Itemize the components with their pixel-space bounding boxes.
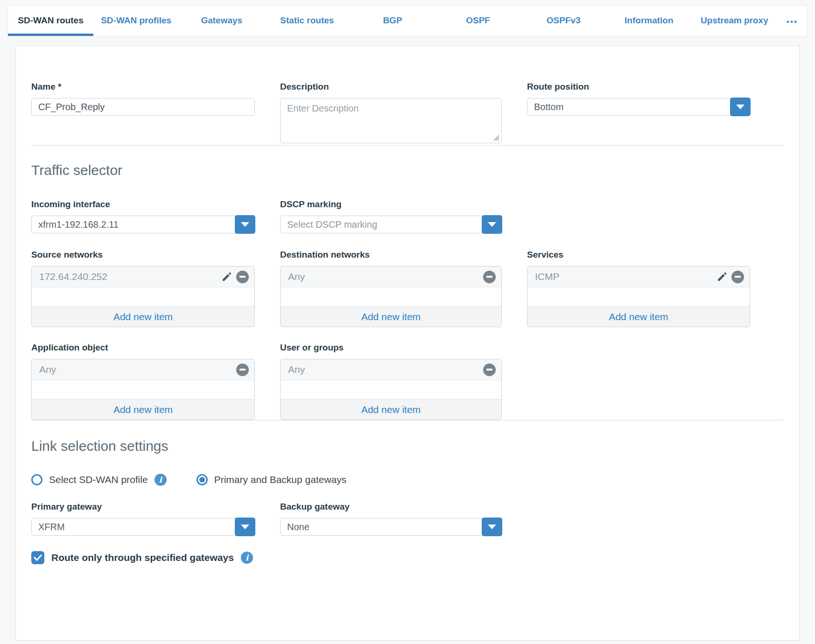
remove-item-icon[interactable]: [236, 271, 249, 283]
services-list: ICMP Add new item: [527, 266, 750, 327]
traffic-selector-heading: Traffic selector: [31, 162, 784, 178]
list-item-text: 172.64.240.252: [39, 271, 107, 282]
list-item: Any: [281, 266, 501, 287]
application-object-group: Application object Any Add new item: [31, 342, 255, 420]
list-empty-area: [281, 287, 501, 306]
dscp-marking-select[interactable]: Select DSCP marking: [280, 216, 502, 233]
add-new-item-button[interactable]: Add new item: [32, 399, 254, 420]
list-item-text: Any: [288, 271, 305, 282]
radio-select-sdwan-profile[interactable]: [31, 474, 42, 485]
add-new-item-button[interactable]: Add new item: [281, 306, 501, 327]
remove-item-icon[interactable]: [236, 364, 249, 376]
sdwan-route-form: Name * Description Route position Bottom: [15, 45, 800, 641]
radio-primary-backup-gateways[interactable]: [197, 474, 208, 485]
incoming-interface-group: Incoming interface xfrm1-192.168.2.11: [31, 199, 255, 233]
add-new-item-button[interactable]: Add new item: [32, 306, 254, 327]
primary-gateway-value: XFRM: [38, 522, 65, 532]
user-or-groups-group: User or groups Any Add new item: [280, 342, 502, 420]
dscp-marking-label: DSCP marking: [280, 199, 502, 210]
chevron-down-icon[interactable]: [235, 215, 255, 234]
incoming-interface-select[interactable]: xfrm1-192.168.2.11: [31, 216, 255, 233]
destination-networks-label: Destination networks: [280, 249, 502, 260]
add-new-item-button[interactable]: Add new item: [527, 306, 750, 327]
radio-primary-backup-gateways-label: Primary and Backup gateways: [214, 474, 347, 485]
name-field-group: Name *: [31, 81, 255, 116]
list-item: 172.64.240.252: [32, 266, 254, 287]
route-only-checkbox[interactable]: [31, 551, 44, 564]
name-input[interactable]: [31, 98, 255, 116]
edit-pencil-icon[interactable]: [221, 271, 232, 282]
incoming-interface-value: xfrm1-192.168.2.11: [38, 219, 119, 230]
source-networks-label: Source networks: [31, 249, 255, 260]
list-empty-area: [32, 287, 254, 306]
tab-ospf[interactable]: OSPF: [436, 6, 521, 36]
application-object-label: Application object: [31, 342, 255, 353]
chevron-down-icon[interactable]: [482, 215, 502, 234]
dscp-marking-placeholder: Select DSCP marking: [287, 219, 377, 230]
tab-sdwan-profiles[interactable]: SD-WAN profiles: [93, 6, 179, 36]
services-group: Services ICMP Add new item: [527, 249, 750, 327]
route-only-checkbox-label: Route only through specified gateways: [51, 552, 234, 563]
source-networks-list: 172.64.240.252 Add new item: [31, 266, 255, 327]
backup-gateway-value: None: [287, 522, 309, 532]
list-item-text: ICMP: [535, 271, 560, 282]
info-icon[interactable]: i: [241, 552, 253, 564]
primary-gateway-select[interactable]: XFRM: [31, 518, 255, 536]
incoming-interface-label: Incoming interface: [31, 199, 255, 210]
route-position-label: Route position: [527, 81, 750, 92]
tab-upstream-proxy[interactable]: Upstream proxy: [692, 6, 777, 36]
primary-gateway-label: Primary gateway: [31, 501, 255, 512]
add-new-item-button[interactable]: Add new item: [281, 399, 501, 420]
section-divider: [31, 420, 784, 420]
chevron-down-icon[interactable]: [482, 518, 502, 536]
backup-gateway-select[interactable]: None: [280, 518, 502, 536]
more-tabs-ellipsis-icon[interactable]: •••: [777, 6, 807, 36]
description-textarea[interactable]: [280, 98, 502, 143]
tab-information[interactable]: Information: [606, 6, 692, 36]
primary-gateway-group: Primary gateway XFRM: [31, 501, 255, 536]
services-label: Services: [527, 249, 750, 260]
link-selection-heading: Link selection settings: [31, 438, 784, 454]
description-label: Description: [280, 81, 502, 92]
remove-item-icon[interactable]: [483, 271, 496, 283]
destination-networks-group: Destination networks Any Add new item: [280, 249, 502, 327]
list-item-text: Any: [39, 364, 56, 375]
backup-gateway-group: Backup gateway None: [280, 501, 502, 536]
tab-gateways[interactable]: Gateways: [179, 6, 264, 36]
list-empty-area: [281, 380, 501, 399]
user-or-groups-label: User or groups: [280, 342, 502, 353]
list-item: ICMP: [527, 266, 750, 287]
destination-networks-list: Any Add new item: [280, 266, 502, 327]
route-position-select[interactable]: Bottom: [527, 98, 750, 116]
list-item: Any: [32, 359, 254, 380]
route-position-value: Bottom: [534, 102, 563, 112]
chevron-down-icon[interactable]: [235, 518, 255, 536]
name-label: Name *: [31, 81, 255, 92]
source-networks-group: Source networks 172.64.240.252 Add new i…: [31, 249, 255, 327]
route-position-field-group: Route position Bottom: [527, 81, 750, 116]
remove-item-icon[interactable]: [483, 364, 496, 376]
application-object-list: Any Add new item: [31, 359, 255, 420]
tab-bgp[interactable]: BGP: [350, 6, 435, 36]
list-empty-area: [527, 287, 750, 306]
user-or-groups-list: Any Add new item: [280, 359, 502, 420]
description-field-group: Description: [280, 81, 502, 145]
tab-ospfv3[interactable]: OSPFv3: [521, 6, 606, 36]
chevron-down-icon[interactable]: [730, 98, 751, 116]
radio-select-sdwan-profile-label: Select SD-WAN profile: [49, 474, 148, 485]
list-item-text: Any: [288, 364, 305, 375]
edit-pencil-icon[interactable]: [717, 271, 728, 282]
backup-gateway-label: Backup gateway: [280, 501, 502, 512]
list-empty-area: [32, 380, 254, 399]
list-item: Any: [281, 359, 501, 380]
dscp-marking-group: DSCP marking Select DSCP marking: [280, 199, 502, 233]
info-icon[interactable]: i: [155, 474, 167, 486]
section-divider: [31, 145, 784, 146]
remove-item-icon[interactable]: [731, 271, 744, 283]
tab-bar: SD-WAN routes SD-WAN profiles Gateways S…: [7, 5, 808, 36]
tab-sdwan-routes[interactable]: SD-WAN routes: [8, 6, 93, 36]
tab-static-routes[interactable]: Static routes: [264, 6, 350, 36]
